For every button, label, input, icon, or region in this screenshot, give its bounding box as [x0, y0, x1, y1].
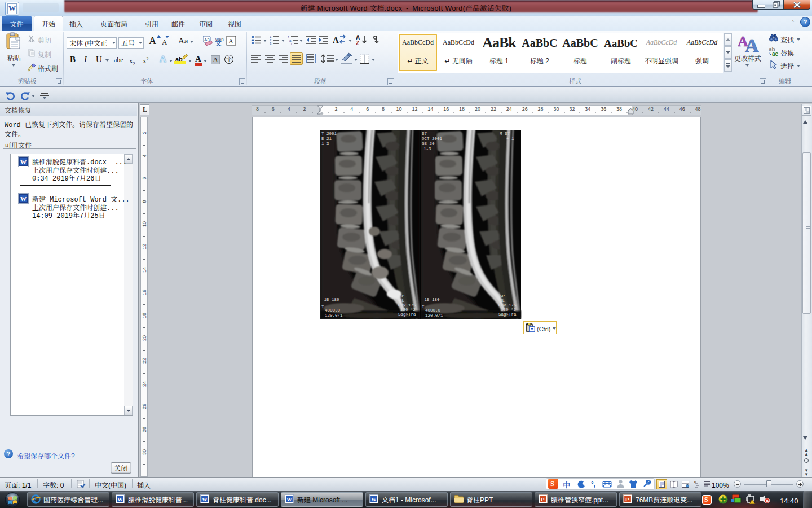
svg-text:SP: SP — [500, 294, 505, 299]
svg-text:OCT-2001: OCT-2001 — [422, 137, 443, 141]
svg-text:4000.0: 4000.0 — [325, 308, 341, 313]
svg-text:P: P — [625, 497, 629, 502]
svg-text:-15 180: -15 180 — [321, 297, 339, 302]
svg-text:FoV 175: FoV 175 — [498, 303, 517, 308]
svg-text:ac: ac — [772, 49, 779, 56]
svg-text:SL: SL — [399, 299, 405, 303]
svg-text:3: 3 — [270, 42, 272, 45]
svg-text:A: A — [745, 35, 759, 53]
svg-text:T: T — [422, 305, 425, 309]
svg-text:E 21: E 21 — [321, 137, 332, 141]
svg-text:120 *2: 120 *2 — [400, 308, 416, 312]
svg-text:1-3: 1-3 — [423, 147, 431, 151]
svg-text:A: A — [228, 37, 233, 45]
svg-text:120.0/1: 120.0/1 — [325, 313, 343, 318]
svg-text:4000.0: 4000.0 — [425, 308, 441, 313]
svg-text:SP: SP — [399, 294, 405, 299]
svg-text:W: W — [20, 195, 27, 202]
svg-text:T-2001: T-2001 — [321, 132, 337, 136]
svg-text:S7: S7 — [422, 132, 427, 136]
svg-text:W: W — [371, 497, 377, 502]
svg-text:+ 1: + 1 — [506, 137, 514, 141]
svg-text:GE 20: GE 20 — [422, 142, 435, 146]
svg-text:120.0/1: 120.0/1 — [425, 313, 443, 318]
svg-text:W: W — [20, 159, 27, 165]
svg-text:M-S7: M-S7 — [500, 132, 510, 136]
svg-text:Sag>Tra: Sag>Tra — [498, 312, 517, 317]
svg-text:W: W — [202, 497, 208, 502]
svg-text:W: W — [117, 497, 123, 502]
svg-text:W: W — [286, 497, 292, 502]
svg-text:T: T — [321, 305, 324, 309]
svg-text:Sag>Tra: Sag>Tra — [398, 312, 416, 317]
svg-text:P: P — [541, 497, 544, 502]
svg-text:文: 文 — [215, 38, 222, 46]
svg-text:120 *2: 120 *2 — [501, 308, 516, 312]
svg-text:Z: Z — [356, 40, 359, 45]
svg-text:i: i — [291, 42, 292, 45]
svg-text:A: A — [333, 36, 339, 45]
svg-text:e: e — [33, 496, 37, 503]
svg-text:FoV 175: FoV 175 — [398, 303, 416, 308]
svg-text:-15 180: -15 180 — [422, 297, 440, 302]
svg-text:!: ! — [754, 499, 755, 504]
svg-text:SL: SL — [500, 299, 505, 303]
svg-text:1-3: 1-3 — [321, 142, 329, 146]
